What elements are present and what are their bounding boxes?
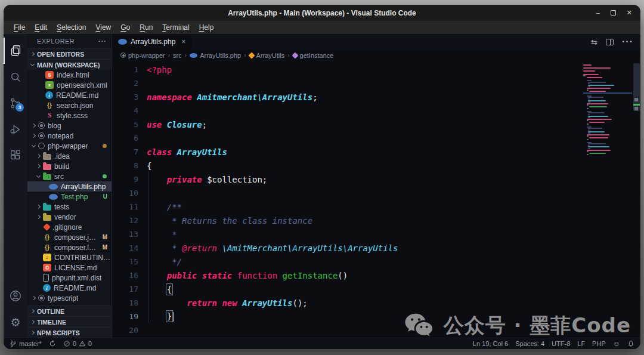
status-utf-8[interactable]: UTF-8	[552, 340, 570, 347]
run-debug-icon[interactable]	[4, 116, 27, 143]
workspace-section[interactable]: MAIN (WORKSPACE)	[27, 59, 112, 70]
folder-file-icon	[43, 164, 51, 170]
line-number: 6	[112, 134, 138, 143]
menu-terminal[interactable]: Terminal	[158, 22, 193, 33]
minimap-row	[588, 146, 609, 147]
sync-item[interactable]	[49, 340, 56, 347]
tree-item-search.json[interactable]: {}search.json	[27, 100, 112, 110]
status-lf[interactable]: LF	[577, 340, 585, 347]
minimap-row	[583, 75, 586, 76]
search-icon[interactable]	[4, 64, 27, 90]
menu-go[interactable]: Go	[116, 22, 134, 33]
tree-item-Test.php[interactable]: Test.phpU	[27, 192, 112, 202]
minimap-row	[583, 70, 595, 72]
chevron-right-icon	[32, 134, 36, 138]
tree-item-opensearch.xml[interactable]: xopensearch.xml	[27, 80, 112, 90]
editor-more-actions-icon[interactable]: ···	[622, 36, 633, 47]
menu-selection[interactable]: Selection	[52, 22, 90, 33]
menu-edit[interactable]: Edit	[30, 22, 51, 33]
tree-item-php-wrapper[interactable]: php-wrapper	[27, 141, 112, 151]
chevron-right-icon	[30, 331, 35, 335]
tree-item-.idea[interactable]: .idea	[27, 151, 112, 161]
explorer-icon[interactable]	[4, 38, 27, 64]
minimap-row	[588, 100, 606, 101]
chevron-right-icon	[32, 124, 36, 128]
breadcrumb-ArrayUtils.php[interactable]: ArrayUtils.php	[190, 52, 241, 59]
minimap[interactable]	[583, 64, 632, 156]
tree-item-CONTRIBUTING.md[interactable]: ≡CONTRIBUTING.md	[27, 252, 112, 263]
section-npm-scripts[interactable]: NPM SCRIPTS	[27, 327, 112, 338]
tree-item-style.scss[interactable]: Sstyle.scss	[27, 110, 112, 121]
menu-file[interactable]: File	[10, 22, 29, 33]
feedback-smiley-icon[interactable]: ☺	[613, 340, 620, 347]
source-control-icon[interactable]: 3	[4, 90, 27, 116]
line-number: 3	[112, 92, 138, 101]
breadcrumb-ArrayUtils[interactable]: ArrayUtils	[249, 52, 285, 59]
minimap-row	[587, 119, 612, 120]
tree-item-typescript[interactable]: typescript	[27, 293, 112, 303]
section-timeline[interactable]: TIMELINE	[27, 316, 112, 327]
tree-item-label: notepad	[48, 132, 73, 140]
tree-item-tests[interactable]: tests	[27, 202, 112, 212]
tree-item-vendor[interactable]: vendor	[27, 212, 112, 222]
tab-close-icon[interactable]: ×	[181, 38, 185, 46]
tree-item-notepad[interactable]: notepad	[27, 131, 112, 141]
tree-item-phpunit.xml.dist[interactable]: phpunit.xml.dist	[27, 273, 112, 283]
tree-item-build[interactable]: build	[27, 161, 112, 171]
problems-item[interactable]: 0 0	[63, 340, 92, 347]
maximize-button[interactable]	[611, 10, 616, 16]
line-content: * Returns the class instance	[138, 216, 312, 226]
status-php[interactable]: PHP	[592, 340, 606, 347]
menu-run[interactable]: Run	[135, 22, 157, 33]
php-icon	[190, 53, 197, 58]
section-outline[interactable]: OUTLINE	[27, 305, 112, 316]
tree-item-ArrayUtils.php[interactable]: ArrayUtils.php	[27, 181, 112, 192]
status-ln[interactable]: Ln 19, Col 6	[473, 340, 508, 347]
code-line: 13 *	[112, 227, 632, 241]
mdr-file-icon: ©	[43, 264, 51, 271]
tab-arrayutils[interactable]: ArrayUtils.php ×	[112, 34, 191, 50]
tree-item-.gitignore[interactable]: .gitignore	[27, 222, 112, 232]
status-spaces[interactable]: Spaces: 4	[515, 340, 544, 347]
breadcrumb-src[interactable]: src	[173, 52, 182, 59]
open-changes-icon[interactable]: ⇆	[591, 38, 597, 46]
line-number: 2	[112, 79, 138, 88]
extensions-icon[interactable]	[4, 143, 27, 169]
tree-item-src[interactable]: src	[27, 171, 112, 181]
git-file-icon	[43, 223, 51, 231]
tree-item-index.html[interactable]: 5index.html	[27, 70, 112, 80]
git-status-badge: M	[103, 234, 107, 240]
chevron-down-icon	[30, 61, 35, 66]
tree-item-composer.json[interactable]: {}composer.jsonM	[27, 232, 112, 242]
open-editors-section[interactable]: OPEN EDITORS	[27, 48, 112, 59]
code-line: 3namespace Amitmerchant\ArrayUtils;	[112, 90, 632, 104]
settings-gear-icon[interactable]: ⚙	[4, 309, 27, 335]
tree-item-composer.lock[interactable]: {}composer.lockM	[27, 242, 112, 252]
tree-item-blog[interactable]: blog	[27, 121, 112, 131]
tree-item-README.md[interactable]: iREADME.md	[27, 283, 112, 293]
minimap-row	[588, 117, 590, 118]
minimize-button[interactable]: –	[596, 10, 600, 16]
branch-icon	[10, 340, 17, 347]
minimap-row	[588, 83, 590, 84]
close-button[interactable]: ✕	[627, 10, 632, 16]
folder-file-icon	[43, 205, 51, 211]
account-icon[interactable]	[4, 283, 27, 309]
git-branch-item[interactable]: master*	[10, 340, 42, 347]
code-editor[interactable]: 1<?php23namespace Amitmerchant\ArrayUtil…	[112, 61, 640, 338]
minimap-row	[587, 103, 608, 104]
line-content: class ArrayUtils	[138, 147, 227, 157]
line-number: 10	[112, 189, 138, 197]
menu-help[interactable]: Help	[195, 22, 218, 33]
git-status-badge: M	[103, 244, 107, 251]
tree-item-README.md[interactable]: iREADME.md	[27, 90, 112, 100]
split-editor-icon[interactable]	[606, 39, 614, 45]
notifications-bell-icon[interactable]	[627, 340, 634, 347]
minimap-row	[588, 116, 608, 117]
breadcrumb-getInstance[interactable]: getInstance	[293, 52, 334, 59]
scrollbar[interactable]	[632, 61, 640, 338]
menu-view[interactable]: View	[91, 22, 115, 33]
breadcrumb-php-wrapper[interactable]: php-wrapper	[120, 52, 165, 59]
tree-item-LICENSE.md[interactable]: ©LICENSE.md	[27, 263, 112, 273]
explorer-more-actions[interactable]: ···	[98, 38, 107, 45]
